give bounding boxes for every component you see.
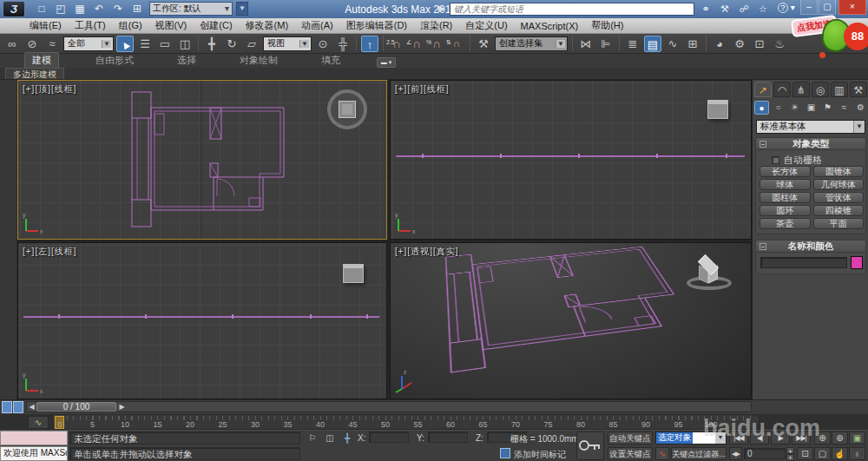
layer-manager-icon[interactable]: ≣ (624, 36, 641, 52)
y-coordinate-field[interactable] (428, 431, 468, 443)
viewcube[interactable] (343, 264, 364, 283)
lights-category-icon[interactable]: ☀ (787, 101, 802, 115)
project-folder-icon[interactable]: ⊞ (130, 2, 144, 16)
align-icon[interactable]: ⊫ (597, 36, 615, 52)
viewport-top[interactable]: [+][顶][线框] (17, 80, 387, 240)
viewport-perspective[interactable]: [+][透视][真实] z (390, 242, 752, 399)
menu-item[interactable]: 图形编辑器(D) (346, 19, 407, 32)
cameras-category-icon[interactable]: ▣ (804, 101, 819, 115)
primitive-button[interactable]: 平面 (813, 218, 865, 229)
current-frame-field[interactable]: 0 (744, 448, 786, 459)
selection-region-icon[interactable]: ▭ (156, 36, 174, 52)
app-logo-icon[interactable]: Ӡ (3, 1, 25, 17)
primitive-category-dropdown[interactable]: 标准基本体 ▼ (756, 120, 865, 134)
previous-frame-button[interactable]: ◀| (750, 431, 769, 445)
new-scene-icon[interactable]: □ (35, 2, 49, 16)
menu-item[interactable]: 组(G) (119, 19, 142, 32)
viewcube[interactable] (685, 254, 737, 297)
select-and-rotate-icon[interactable]: ↻ (223, 36, 240, 52)
add-time-tag-button[interactable]: 添加时间标记 (514, 449, 566, 461)
key-filters-button[interactable]: 关键点过滤器... (671, 447, 727, 460)
spacewarps-category-icon[interactable]: ≈ (837, 101, 852, 115)
viewport-left[interactable]: [+][左][线框] x y (17, 242, 387, 399)
primitive-button[interactable]: 茶壶 (760, 218, 811, 229)
name-color-rollout-header[interactable]: – 名称和颜色 (756, 240, 865, 253)
polygon-modeling-tab[interactable]: 多边形建模 (5, 68, 64, 79)
favorites-star-icon[interactable]: ☆ (755, 2, 771, 16)
zoom-extents-icon[interactable]: ▣ (849, 431, 865, 445)
zoom-all-icon[interactable]: ⊛ (832, 431, 848, 445)
keyboard-shortcut-override-icon[interactable]: ↑ (361, 36, 378, 52)
edit-named-selection-sets-icon[interactable]: ⚒ (475, 36, 492, 52)
time-slider-handle[interactable]: 0 / 100 (36, 402, 116, 412)
track-bar-ruler[interactable]: 0510152025303540455055606570758085909510… (52, 414, 760, 430)
select-and-manipulate-icon[interactable]: ╬ (334, 36, 352, 52)
x-coordinate-field[interactable] (369, 431, 409, 443)
selection-filter-dropdown[interactable]: 全部▼ (63, 36, 114, 51)
primitive-button[interactable]: 圆锥体 (813, 166, 865, 177)
default-tangent-icon[interactable]: ∿ (655, 447, 669, 460)
bind-to-space-warp-icon[interactable]: ≈ (43, 36, 61, 52)
primitive-button[interactable]: 球体 (760, 179, 811, 190)
zoom-icon[interactable]: ⊕ (814, 431, 831, 445)
ribbon-minimize-icon[interactable]: ▬ ▾ (377, 57, 396, 68)
hierarchy-tab-icon[interactable]: ⋔ (792, 82, 810, 97)
selection-set-dropdown[interactable]: 选定对象 ▼ (655, 431, 727, 445)
reference-coordinate-dropdown[interactable]: 视图▼ (263, 36, 312, 51)
menu-item[interactable]: 渲染(R) (420, 19, 452, 32)
ribbon-tab[interactable]: 选择 (170, 53, 203, 68)
menu-item[interactable]: 自定义(U) (465, 19, 507, 32)
object-name-field[interactable] (760, 257, 847, 268)
geometry-category-icon[interactable]: ● (754, 101, 769, 115)
create-tab-icon[interactable]: ↗ (754, 82, 772, 97)
open-file-icon[interactable]: ◰ (54, 2, 68, 16)
material-editor-icon[interactable]: ◕ (711, 36, 728, 52)
set-keys-button[interactable] (576, 431, 604, 460)
save-file-icon[interactable]: ▦ (73, 2, 87, 16)
curve-editor-icon[interactable]: ∿ (664, 36, 681, 52)
primitive-button[interactable]: 圆环 (760, 205, 811, 216)
time-slider-track[interactable]: ◀ 0 / 100 ▶ (26, 401, 752, 412)
settings-wrench-icon[interactable]: ⚒ (717, 2, 733, 16)
menu-item[interactable]: MAXScript(X) (521, 21, 579, 31)
isolate-selection-icon[interactable]: ⚐ (306, 432, 319, 445)
shapes-category-icon[interactable]: ○ (771, 101, 786, 115)
promo-counter-badge[interactable]: 88 (844, 23, 868, 50)
menu-item[interactable]: 动画(A) (301, 19, 333, 32)
workspace-dropdown-button[interactable]: ▼ (236, 2, 248, 16)
render-setup-icon[interactable]: ⚙ (731, 36, 748, 52)
angle-snap-icon[interactable]: ∠∩ (408, 36, 425, 52)
field-of-view-icon[interactable]: ▢ (814, 447, 831, 460)
object-color-swatch[interactable] (851, 256, 863, 269)
viewcube[interactable] (707, 100, 728, 119)
ribbon-tab[interactable]: 建模 (24, 52, 59, 68)
orbit-icon[interactable]: ♁ (849, 447, 865, 460)
pan-hand-icon[interactable]: ☝ (832, 447, 848, 460)
ribbon-tab[interactable]: 自由形式 (89, 53, 141, 68)
menu-item[interactable]: 编辑(E) (30, 19, 62, 32)
selection-lock-icon[interactable]: ◫ (323, 432, 337, 445)
unlink-selection-icon[interactable]: ⊘ (23, 36, 41, 52)
systems-category-icon[interactable]: ⚙ (853, 101, 868, 115)
help-button[interactable]: ? ▾ (778, 3, 797, 15)
render-production-icon[interactable]: ♨ (771, 36, 788, 52)
close-button[interactable]: × (838, 0, 866, 15)
toggle-ribbon-icon[interactable]: ▤ (644, 36, 661, 52)
mirror-icon[interactable]: ⋈ (577, 36, 595, 52)
go-to-start-button[interactable]: |◀◀ (729, 431, 748, 445)
undo-icon[interactable]: ↶ (92, 2, 106, 16)
percent-snap-icon[interactable]: %∩ (428, 36, 445, 52)
maxscript-macro-recorder[interactable] (0, 431, 68, 445)
viewport-left-label[interactable]: [+][左][线框] (23, 246, 77, 258)
viewcube[interactable] (327, 89, 367, 129)
motion-tab-icon[interactable]: ◎ (812, 82, 829, 97)
select-and-scale-icon[interactable]: ▱ (243, 36, 260, 52)
helpers-category-icon[interactable]: ⚑ (820, 101, 835, 115)
exchange-apps-icon[interactable]: ☍ (736, 2, 752, 16)
ribbon-tab[interactable]: 对象绘制 (233, 53, 285, 68)
set-key-button[interactable]: 设置关键点 (608, 447, 653, 460)
primitive-button[interactable]: 长方体 (760, 166, 811, 177)
maxscript-listener[interactable]: 欢迎使用 MAXScr (0, 446, 68, 461)
viewport-front[interactable]: [+][前][线框] x y (390, 80, 752, 240)
auto-key-button[interactable]: 自动关键点 (608, 431, 653, 445)
